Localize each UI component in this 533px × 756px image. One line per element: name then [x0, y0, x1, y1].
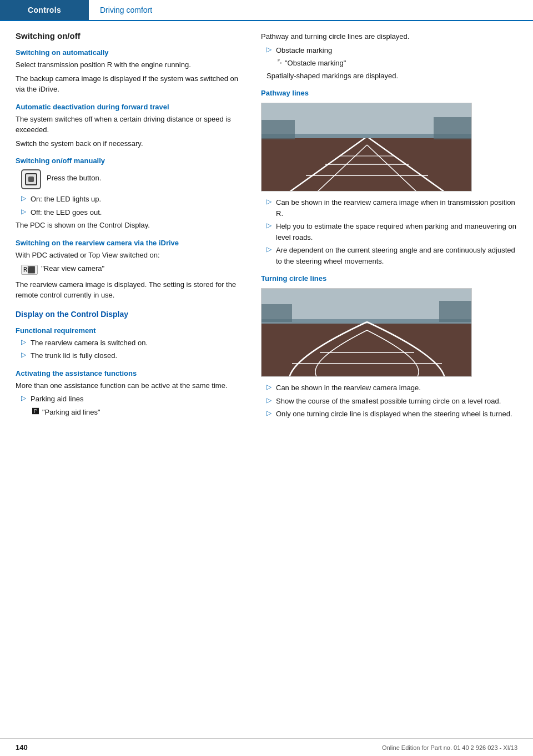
obstacle-marking-desc: Spatially-shaped markings are displayed.: [266, 70, 522, 82]
rearview-text1: With PDC activated or Top View switched …: [16, 250, 244, 261]
switching-auto-heading: Switching on automatically: [16, 48, 244, 57]
turning-bullet2: ▷ Show the course of the smallest possib…: [266, 396, 522, 407]
display-control-heading: Display on the Control Display: [16, 310, 244, 319]
turning-circle-heading: Turning circle lines: [261, 274, 522, 283]
page-footer: 140 Online Edition for Part no. 01 40 2 …: [0, 738, 533, 756]
obstacle-bullet: ▷ Obstacle marking: [266, 45, 522, 56]
header-controls-tab[interactable]: Controls: [0, 0, 89, 20]
parking-aid-bullet: ▷ Parking aid lines: [21, 394, 244, 405]
parking-icon-1: 🅿: [32, 407, 39, 415]
turning-diagram-container: [261, 288, 472, 377]
arrow-icon-4: ▷: [21, 351, 26, 359]
auto-deact-heading: Automatic deactivation during forward tr…: [16, 103, 244, 111]
left-column: Switching on/off Switching on automatica…: [0, 31, 255, 422]
arrow-icon-9: ▷: [266, 245, 271, 253]
parking-aid-text: Parking aid lines: [31, 394, 83, 405]
obstacle-marking-text: Obstacle marking: [276, 45, 332, 56]
pdc-button-icon: [21, 169, 41, 189]
arrow-icon-11: ▷: [266, 396, 271, 404]
pathway-bullet1: ▷ Can be shown in the rearview camera im…: [266, 197, 522, 219]
pathway-bullet3: ▷ Are dependent on the current steering …: [266, 245, 522, 266]
rearview-switched-on: The rearview camera is switched on.: [31, 337, 148, 349]
switching-on-off-title: Switching on/off: [16, 31, 244, 41]
arrow-icon-8: ▷: [266, 221, 271, 229]
arrow-icon-12: ▷: [266, 409, 271, 417]
svg-rect-11: [434, 117, 472, 139]
pathway-diagram-container: [261, 103, 472, 191]
parking-aid-sub-text: "Parking aid lines": [42, 407, 100, 418]
turning-diagram-svg: [262, 289, 472, 377]
arrow-icon-1: ▷: [21, 194, 26, 202]
page-number: 140: [16, 743, 28, 752]
svg-rect-17: [262, 304, 292, 322]
footer-info-text: Online Edition for Part no. 01 40 2 926 …: [382, 744, 517, 751]
rear-camera-icon: R⬛: [21, 265, 38, 275]
header-driving-tab[interactable]: Driving comfort: [89, 0, 533, 20]
pathway-bullet2-text: Help you to estimate the space required …: [276, 221, 522, 243]
arrow-icon-5: ▷: [21, 394, 26, 402]
right-column: Pathway and turning circle lines are dis…: [255, 31, 533, 422]
arrow-icon-2: ▷: [21, 208, 26, 215]
func-req-heading: Functional requirement: [16, 326, 244, 335]
svg-rect-10: [262, 120, 295, 139]
turning-bullet3-text: Only one turning circle line is displaye…: [276, 409, 512, 420]
led-on-text: On: the LED lights up.: [31, 194, 101, 205]
func-req-bullet2: ▷ The trunk lid is fully closed.: [21, 350, 244, 361]
obstacle-sub: ᴾ꜀ "Obstacle marking": [278, 58, 522, 69]
pathway-bullet1-text: Can be shown in the rearview camera imag…: [276, 197, 522, 219]
pathway-diagram-svg: [262, 103, 472, 191]
rearview-text2: The rearview camera image is displayed. …: [16, 279, 244, 301]
obstacle-icon: ᴾ꜀: [278, 58, 281, 65]
turning-bullet2-text: Show the course of the smallest possible…: [276, 396, 501, 407]
turning-bullet3: ▷ Only one turning circle line is displa…: [266, 409, 522, 420]
turning-bullet1-text: Can be shown in the rearview camera imag…: [276, 382, 421, 394]
button-row: Press the button.: [21, 169, 244, 189]
led-off-text: Off: the LED goes out.: [31, 207, 102, 218]
auto-deact-text2: Switch the system back on if necessary.: [16, 138, 244, 149]
page-header: Controls Driving comfort: [0, 0, 533, 21]
main-content: Switching on/off Switching on automatica…: [0, 21, 533, 422]
activating-text1: More than one assistance function can be…: [16, 380, 244, 391]
arrow-icon-10: ▷: [266, 383, 271, 391]
pathway-bullet2: ▷ Help you to estimate the space require…: [266, 221, 522, 243]
turning-bullet1: ▷ Can be shown in the rearview camera im…: [266, 382, 522, 394]
arrow-icon-3: ▷: [21, 338, 26, 346]
func-req-bullet1: ▷ The rearview camera is switched on.: [21, 337, 244, 349]
button-icon-inner: [25, 173, 37, 185]
obstacle-icon-text: "Obstacle marking": [285, 58, 346, 69]
rearview-heading: Switching on the rearview camera via the…: [16, 239, 244, 247]
press-button-label: Press the button.: [47, 173, 101, 184]
switching-auto-text1: Select transmission position R with the …: [16, 59, 244, 70]
svg-rect-18: [439, 301, 472, 322]
switching-auto-text2: The backup camera image is displayed if …: [16, 73, 244, 95]
rear-view-camera-text: "Rear view camera": [41, 263, 104, 274]
pathway-lines-heading: Pathway lines: [261, 89, 522, 97]
arrow-icon-6: ▷: [266, 46, 271, 53]
rear-view-camera-row: R⬛ "Rear view camera": [21, 263, 244, 277]
pdc-control-display-text: The PDC is shown on the Control Display.: [16, 220, 244, 231]
led-on-bullet: ▷ On: the LED lights up.: [21, 194, 244, 205]
arrow-icon-7: ▷: [266, 198, 271, 205]
parking-aid-sub: 🅿 "Parking aid lines": [32, 407, 244, 418]
pathway-turning-text: Pathway and turning circle lines are dis…: [261, 31, 522, 42]
auto-deact-text1: The system switches off when a certain d…: [16, 114, 244, 135]
controls-label: Controls: [28, 6, 61, 14]
activating-heading: Activating the assistance functions: [16, 369, 244, 377]
trunk-lid-closed: The trunk lid is fully closed.: [31, 350, 117, 361]
pathway-bullet3-text: Are dependent on the current steering an…: [276, 245, 522, 266]
led-off-bullet: ▷ Off: the LED goes out.: [21, 207, 244, 218]
driving-comfort-label: Driving comfort: [100, 6, 152, 14]
switching-manual-heading: Switching on/off manually: [16, 157, 244, 165]
